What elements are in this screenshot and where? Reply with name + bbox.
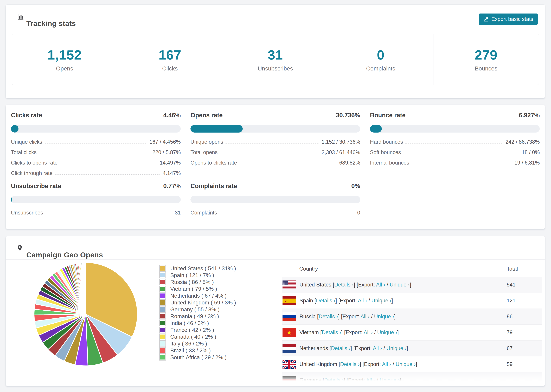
- legend-color-swatch: [159, 347, 166, 354]
- legend-item-united-states[interactable]: United States ( 541 / 31% ): [159, 265, 236, 272]
- legend-item-united-kingdom[interactable]: United Kingdom ( 59 / 3% ): [159, 299, 236, 306]
- legend-item-france[interactable]: France ( 42 / 2% ): [159, 327, 236, 333]
- dotted-leader: [405, 143, 503, 143]
- rate-row-label: Click through rate: [11, 170, 53, 176]
- country-cell: Spain [Details ›] [Export: All › / Uniqu…: [299, 298, 507, 304]
- opens-rate-rows: Unique opens1,152 / 30.736%Total opens2,…: [191, 136, 360, 167]
- clicks-rate-title: Clicks rate: [11, 112, 42, 119]
- legend-item-canada[interactable]: Canada ( 40 / 2% ): [159, 333, 236, 340]
- pie-legend: United States ( 541 / 31% )Spain ( 121 /…: [159, 265, 236, 361]
- rate-row-value: 1,152 / 30.736%: [322, 139, 360, 145]
- legend-item-south-africa[interactable]: South Africa ( 29 / 2% ): [159, 354, 236, 361]
- rate-row-label: Complaints: [191, 210, 217, 216]
- legend-item-brazil[interactable]: Brazil ( 33 / 2% ): [159, 347, 236, 354]
- total-cell: 79: [507, 329, 542, 336]
- stat-label: Unsubscribes: [258, 65, 293, 72]
- export-all-link[interactable]: All ›: [376, 282, 385, 288]
- country-column-header: Country: [282, 266, 507, 272]
- details-link[interactable]: Details ›: [324, 377, 344, 383]
- geo-table-row-ru: Russia [Details ›] [Export: All › / Uniq…: [282, 308, 542, 324]
- rate-row: Internal bounces19 / 6.81%: [370, 157, 540, 167]
- dotted-leader: [55, 175, 160, 175]
- stats-summary-box: 1,152Opens167Clicks31Unsubscribes0Compla…: [12, 34, 539, 85]
- bounce-rate-progressbar: [370, 125, 540, 133]
- details-link[interactable]: Details ›: [316, 298, 336, 304]
- dotted-leader: [219, 214, 355, 214]
- legend-item-russia[interactable]: Russia ( 86 / 5% ): [159, 279, 236, 286]
- bounce-rate-title: Bounce rate: [370, 112, 406, 119]
- dotted-leader: [45, 143, 147, 143]
- details-link[interactable]: Details ›: [334, 282, 354, 288]
- total-cell: 121: [507, 298, 542, 304]
- geo-table-row-gb: United Kingdom [Details ›] [Export: All …: [282, 356, 542, 372]
- rate-row-label: Clicks to opens rate: [11, 160, 57, 166]
- legend-item-italy[interactable]: Italy ( 36 / 2% ): [159, 340, 236, 347]
- export-basic-stats-button[interactable]: Export basic stats: [479, 14, 538, 25]
- de-flag-icon: [283, 376, 296, 385]
- export-all-link[interactable]: All ›: [358, 298, 367, 304]
- stat-value: 31: [268, 47, 283, 63]
- clicks-rate-rows: Unique clicks167 / 4.456%Total clicks220…: [11, 136, 181, 178]
- opens-rate-progressbar: [191, 125, 360, 133]
- legend-label: Canada ( 40 / 2% ): [170, 334, 216, 340]
- export-all-link[interactable]: All ›: [360, 314, 370, 320]
- details-link[interactable]: Details ›: [340, 361, 360, 367]
- rate-row-label: Hard bounces: [370, 139, 403, 145]
- export-unique-link[interactable]: Unique ›: [390, 282, 410, 288]
- unsubscribe-rate-title: Unsubscribe rate: [11, 182, 61, 190]
- us-flag-icon: [283, 280, 296, 289]
- header-divider: [6, 28, 545, 28]
- legend-color-swatch: [159, 265, 166, 272]
- rate-row: Clicks to opens rate14.497%: [11, 157, 181, 167]
- geo-opens-pie-chart: [33, 262, 138, 366]
- export-unique-link[interactable]: Unique ›: [374, 314, 394, 320]
- geo-table-header-row: Country Total: [282, 261, 542, 277]
- export-all-link[interactable]: All ›: [366, 377, 375, 383]
- export-all-link[interactable]: All ›: [373, 345, 382, 351]
- dotted-leader: [411, 164, 512, 164]
- legend-item-spain[interactable]: Spain ( 121 / 7% ): [159, 272, 236, 279]
- dotted-leader: [403, 154, 519, 154]
- details-link[interactable]: Details ›: [322, 329, 341, 335]
- stat-label: Clicks: [162, 65, 178, 72]
- legend-color-swatch: [159, 313, 166, 320]
- rate-row-value: 4.147%: [163, 170, 181, 176]
- details-link[interactable]: Details ›: [331, 345, 350, 351]
- legend-item-netherlands[interactable]: Netherlands ( 67 / 4% ): [159, 292, 236, 299]
- total-column-header: Total: [507, 266, 542, 272]
- legend-color-swatch: [159, 327, 166, 333]
- rate-row-value: 0: [357, 210, 360, 216]
- export-unique-link[interactable]: Unique ›: [396, 361, 416, 367]
- rate-row: Unique clicks167 / 4.456%: [11, 136, 181, 147]
- pie-slice-other[interactable]: [85, 263, 86, 314]
- legend-item-romania[interactable]: Romania ( 49 / 3% ): [159, 313, 236, 320]
- rate-row-label: Unique opens: [191, 139, 223, 145]
- country-cell: Russia [Details ›] [Export: All › / Uniq…: [299, 314, 507, 320]
- legend-label: South Africa ( 29 / 2% ): [170, 354, 226, 361]
- legend-label: Netherlands ( 67 / 4% ): [170, 293, 226, 299]
- rates-card: Clicks rate 4.46% Unique clicks167 / 4.4…: [6, 105, 545, 229]
- legend-label: Vietnam ( 79 / 5% ): [170, 286, 217, 292]
- unsubscribe-rate-value: 0.77%: [163, 182, 181, 190]
- legend-item-germany[interactable]: Germany ( 55 / 3% ): [159, 306, 236, 313]
- export-unique-link[interactable]: Unique ›: [380, 377, 400, 383]
- dotted-leader: [220, 154, 319, 154]
- details-link[interactable]: Details ›: [319, 314, 338, 320]
- export-all-link[interactable]: All ›: [382, 361, 391, 367]
- export-unique-link[interactable]: Unique ›: [386, 345, 406, 351]
- stat-value: 279: [475, 47, 497, 63]
- legend-color-swatch: [159, 299, 166, 306]
- total-cell: 86: [507, 314, 542, 320]
- stat-label: Opens: [56, 65, 73, 72]
- rate-row-value: 220 / 5.87%: [152, 149, 181, 155]
- rate-row: Complaints0: [191, 207, 360, 217]
- export-all-link[interactable]: All ›: [364, 329, 373, 335]
- legend-item-vietnam[interactable]: Vietnam ( 79 / 5% ): [159, 286, 236, 292]
- legend-item-india[interactable]: India ( 46 / 3% ): [159, 320, 236, 327]
- stat-cell-clicks: 167Clicks: [117, 34, 223, 85]
- vn-flag-icon: [283, 328, 296, 337]
- export-unique-link[interactable]: Unique ›: [377, 329, 397, 335]
- rate-row: Soft bounces18 / 0%: [370, 147, 540, 157]
- export-unique-link[interactable]: Unique ›: [371, 298, 391, 304]
- rate-row-value: 689.82%: [339, 160, 360, 166]
